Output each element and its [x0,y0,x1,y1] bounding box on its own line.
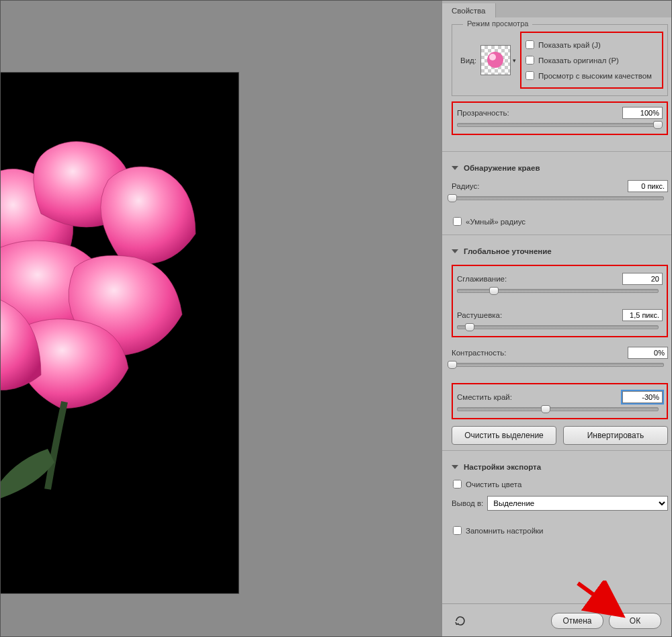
section-global-refine[interactable]: Глобальное уточнение [452,241,668,261]
checkbox-smart-radius[interactable] [453,217,462,226]
chevron-down-icon [452,166,458,170]
chevron-down-icon [452,249,458,253]
section-global-refine-title: Глобальное уточнение [464,247,552,255]
invert-button[interactable]: Инвертировать [563,426,668,445]
check-remember-settings[interactable]: Запомнить настройки [452,523,668,538]
view-label: Вид: [460,56,476,65]
radius-track[interactable] [452,196,664,200]
transparency-label: Прозрачность: [457,109,509,117]
smooth-value[interactable] [622,273,663,285]
feather-track[interactable] [457,325,659,329]
radius-value[interactable] [628,180,668,192]
tab-properties[interactable]: Свойства [442,3,496,17]
shift-edge-knob[interactable] [541,405,550,413]
checkbox-show-edge[interactable] [526,40,534,49]
remember-settings-label: Запомнить настройки [466,527,544,535]
output-select[interactable]: Выделение [487,496,668,511]
ok-button[interactable]: ОК [609,613,661,629]
check-high-quality-label: Просмотр с высоким качеством [538,72,652,80]
view-mode-legend: Режим просмотра [463,19,532,28]
checkbox-remember-settings[interactable] [453,526,462,535]
properties-panel: Свойства Режим просмотра Вид: ▾ Показать… [442,0,672,637]
highlight-view-checks: Показать край (J) Показать оригинал (P) … [520,32,663,89]
cancel-button[interactable]: Отмена [551,613,603,629]
view-mode-fieldset: Режим просмотра Вид: ▾ Показать край (J)… [452,24,668,96]
canvas-area [0,0,442,637]
highlight-smooth-feather: Сглаживание: Растушевка: [452,265,668,337]
purify-colors-label: Очистить цвета [466,480,521,489]
checkbox-high-quality[interactable] [526,71,534,80]
svg-point-1 [489,54,496,60]
rose-image [0,113,236,516]
image-canvas [0,72,239,594]
shift-edge-track[interactable] [457,407,659,411]
check-show-edge[interactable]: Показать край (J) [524,37,659,52]
highlight-shift-edge: Сместить край: [452,383,668,419]
check-show-original[interactable]: Показать оригинал (P) [524,52,659,68]
section-edge-detection[interactable]: Обнаружение краев [452,157,668,177]
reset-icon[interactable] [453,613,468,628]
feather-knob[interactable] [465,323,474,331]
contrast-knob[interactable] [448,361,457,369]
clear-selection-button[interactable]: Очистить выделение [452,426,556,445]
check-show-edge-label: Показать край (J) [538,41,601,49]
smooth-knob[interactable] [489,287,499,295]
panel-body: Режим просмотра Вид: ▾ Показать край (J)… [442,17,672,603]
check-purify-colors[interactable]: Очистить цвета [452,476,668,492]
feather-label: Растушевка: [457,311,502,319]
transparency-slider-row: Прозрачность: [457,107,663,127]
tab-bar: Свойства [442,0,672,17]
contrast-value[interactable] [628,347,668,359]
smart-radius-label: «Умный» радиус [466,218,526,226]
radius-label: Радиус: [452,182,479,190]
section-edge-detection-title: Обнаружение краев [464,164,540,172]
transparency-track[interactable] [457,123,659,127]
shift-edge-label: Сместить край: [457,393,512,401]
view-thumbnail[interactable] [480,45,511,75]
panel-footer: Отмена ОК [442,603,672,637]
checkbox-show-original[interactable] [526,56,534,65]
transparency-knob[interactable] [653,121,663,129]
feather-value[interactable] [622,309,663,321]
shift-edge-value[interactable] [622,391,663,403]
contrast-track[interactable] [452,363,664,367]
view-dropdown-icon[interactable]: ▾ [513,57,516,64]
check-high-quality[interactable]: Просмотр с высоким качеством [524,68,659,83]
output-label: Вывод в: [452,499,483,507]
check-show-original-label: Показать оригинал (P) [538,56,619,65]
contrast-label: Контрастность: [452,349,506,357]
radius-knob[interactable] [448,194,457,202]
check-smart-radius[interactable]: «Умный» радиус [452,214,668,229]
section-export[interactable]: Настройки экспорта [452,456,668,476]
smooth-track[interactable] [457,289,659,293]
svg-point-0 [487,52,503,68]
checkbox-purify-colors[interactable] [453,480,462,489]
chevron-down-icon [452,465,458,469]
highlight-transparency: Прозрачность: [452,101,668,135]
transparency-value[interactable] [622,107,663,119]
smooth-label: Сглаживание: [457,275,507,283]
section-export-title: Настройки экспорта [464,463,541,471]
